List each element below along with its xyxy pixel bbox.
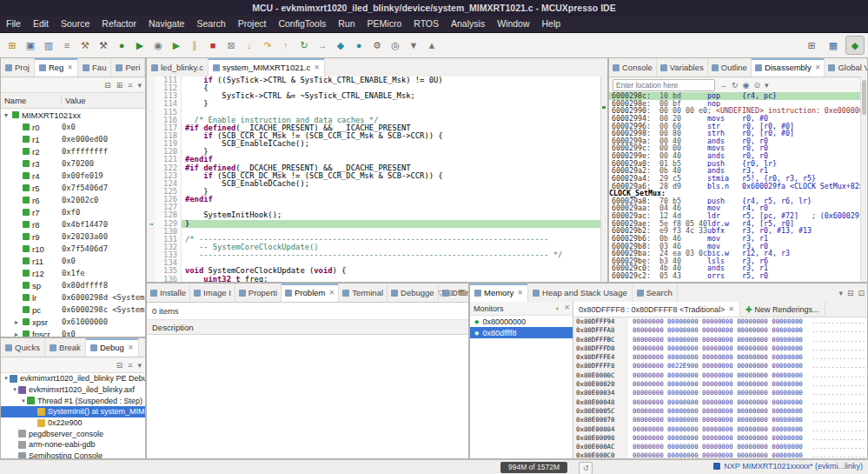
collapse-all-icon[interactable]: ⊟	[104, 81, 111, 90]
code-line[interactable]: 119 SCB_EnableICache();	[147, 140, 607, 148]
register-row[interactable]: r11 0x0	[1, 255, 145, 267]
register-row[interactable]: r4 0x00fe019	[1, 170, 145, 182]
memory-words[interactable]: 00000000 00000000 00000000 00000000 0000…	[628, 398, 812, 407]
code-line[interactable]: 122 #if defined(__DCACHE_PRESENT) && __D…	[147, 164, 607, 172]
memory-row[interactable]: 0x80DFFF94 00000000 00000000 00000000 00…	[573, 317, 867, 326]
code-line[interactable]: 120 }	[147, 148, 607, 156]
menu-item[interactable]: ConfigTools	[272, 16, 332, 32]
memory-row[interactable]: 0x80DFFFD0 00000000 00000000 00000000 00…	[573, 344, 867, 353]
expand-arrow[interactable]: ▸	[13, 318, 20, 326]
debug-tree-item[interactable]: ▾ Thread #1 (Suspended : Step)	[1, 395, 145, 406]
code-editor[interactable]: 111 if ((SysTick->CTRL & SysTick_CTRL_EN…	[147, 77, 607, 282]
code-line[interactable]: 133 ------------------------------------…	[147, 251, 607, 259]
next-annotation-button[interactable]: ▼	[405, 37, 422, 54]
memory-row[interactable]: 0x80DFFFE4 00000000 00000000 00000000 00…	[573, 353, 867, 362]
minimize-icon[interactable]: ⊟	[847, 289, 854, 297]
instruction-stepping-button[interactable]: →	[314, 37, 331, 54]
code-line[interactable]: 121 #endif	[147, 156, 607, 164]
debug-button[interactable]: ●	[113, 37, 130, 54]
debug-tree-item[interactable]: SystemInit() at system_MIMXRT10	[1, 406, 145, 417]
code-line[interactable]: 111 if ((SysTick->CTRL & SysTick_CTRL_EN…	[147, 77, 607, 84]
view-tab[interactable]: Proj ✕	[1, 58, 35, 77]
debug-tree-item[interactable]: ▾ evkmimxrt1020_iled_blinky PE Debug [GD	[1, 373, 145, 384]
memory-table[interactable]: 0x80DFFF94 00000000 00000000 00000000 00…	[573, 317, 867, 458]
expand-arrow[interactable]: ▾	[3, 375, 10, 382]
memory-row[interactable]: 0x80E00020 00000000 00000000 00000000 00…	[573, 380, 867, 389]
new-renderings-tab[interactable]: ✚ New Renderings...	[740, 302, 825, 317]
memory-row[interactable]: 0x80E00098 00000000 00000000 00000000 00…	[573, 434, 867, 443]
register-row[interactable]: r3 0x70200	[1, 157, 145, 170]
view-tab[interactable]: Properti ✕	[235, 284, 282, 302]
memory-words[interactable]: 00000000 00000000 00000000 00000000 0000…	[628, 317, 812, 326]
run-button[interactable]: ▶	[131, 37, 149, 54]
code-line[interactable]: 114 }	[147, 100, 607, 108]
expand-all-icon[interactable]: ⊞	[116, 81, 123, 90]
code-line[interactable]: 128 SystemInitHook();	[147, 211, 607, 219]
memory-monitor-item[interactable]: ◆ 0x80dffff8	[470, 327, 573, 338]
code-line[interactable]: 125 }	[147, 188, 607, 196]
code-line[interactable]: 135 void SystemCoreClockUpdate (void) {	[147, 267, 607, 275]
pemicro-connection-button[interactable]: ◆	[332, 37, 349, 54]
memory-words[interactable]: 00000000 00000000 00000000 00000000 0000…	[628, 336, 812, 344]
view-tab[interactable]: Installe ✕	[147, 284, 190, 302]
step-return-button[interactable]: ↑	[277, 37, 295, 54]
scrollbar[interactable]	[860, 77, 867, 282]
register-row[interactable]: r8 0x4bf14470	[1, 218, 145, 230]
memory-words[interactable]: 00000000 00000000 00000000 00000000 0000…	[628, 416, 812, 424]
close-icon[interactable]: ✕	[67, 63, 73, 71]
debug-tree-item[interactable]: arm-none-eabi-gdb	[1, 439, 145, 451]
register-row[interactable]: r5 0x7f5406d7	[1, 182, 145, 194]
close-icon[interactable]: ✕	[314, 63, 320, 71]
register-row[interactable]: ▸ xpsr 0x61000000	[1, 316, 145, 328]
restart-button[interactable]: ↻	[295, 37, 313, 54]
register-row[interactable]: r6 0x2002c0	[1, 194, 145, 206]
memory-words[interactable]: 00000000 00000000 00000000 00000000 0000…	[628, 434, 812, 443]
view-tab[interactable]: Debug ✕	[86, 338, 139, 357]
memory-words[interactable]: 00000000 00000000 00000000 00000000 0000…	[628, 443, 812, 451]
menu-item[interactable]: RTOS	[407, 16, 445, 32]
code-line[interactable]: 112 {	[147, 84, 607, 92]
view-menu-icon[interactable]: ▾	[765, 81, 769, 90]
menu-item[interactable]: Project	[232, 16, 273, 32]
open-perspective-button[interactable]: ⊞	[802, 36, 821, 55]
memory-words[interactable]: 00000000 00000000 00000000 00000000 0000…	[628, 353, 812, 362]
link-with-editor-icon[interactable]: ⊙	[753, 81, 760, 90]
view-tab[interactable]: Heap and Stack Usage ✕	[528, 284, 633, 302]
debug-tree-item[interactable]: ▾ evkmimxrt1020_iled_blinky.axf	[1, 384, 145, 396]
disassembly-line[interactable]: 600029c2: 05 43 orrs r5, r0	[609, 272, 867, 280]
memory-words[interactable]: 00000000 00000000 00000000 00000000 0000…	[628, 371, 812, 380]
view-menu-icon[interactable]: ≡	[128, 361, 132, 370]
view-tab[interactable]: Terminal ✕	[339, 284, 388, 302]
menu-item[interactable]: Analysis	[445, 16, 491, 32]
view-tab[interactable]: Problem ✕	[282, 284, 339, 302]
maximize-icon[interactable]: ⊡	[858, 289, 865, 297]
register-row[interactable]: r9 0x20203a00	[1, 230, 145, 243]
menu-item[interactable]: PEMicro	[361, 16, 408, 32]
memory-words[interactable]: 00000000 00000000 00000000 00000000 0000…	[628, 407, 812, 416]
memory-row[interactable]: 0x80E0005C 00000000 00000000 00000000 00…	[573, 407, 867, 416]
memory-row[interactable]: 0x80DFFFF8 00000000 0022E900 00000000 00…	[573, 362, 867, 371]
register-row[interactable]: ▸ fpscr 0x0	[1, 328, 145, 337]
menu-item[interactable]: Search	[190, 16, 231, 32]
disassembly-listing[interactable]: 6000298c: 10 bd pop {r4, pc} 6000298e: 0…	[609, 92, 867, 282]
code-line[interactable]: 123 if (SCB_CCR_DC_Msk != (SCB_CCR_DC_Ms…	[147, 172, 607, 180]
close-icon[interactable]: ✕	[517, 289, 523, 297]
code-line[interactable]: 113 SysTick->CTRL &= ~SysTick_CTRL_ENABL…	[147, 92, 607, 100]
register-row[interactable]: lr 0x6000298d <SystemI	[1, 291, 145, 304]
maximize-icon[interactable]: ⊡	[459, 289, 466, 297]
close-icon[interactable]: ✕	[128, 344, 134, 351]
close-icon[interactable]: ✕	[728, 305, 734, 313]
view-tab[interactable]: Variables ✕	[657, 58, 708, 77]
menu-item[interactable]: Navigate	[142, 16, 190, 32]
view-tab[interactable]: Outline ✕	[708, 58, 752, 77]
view-tab[interactable]: Quicks ✕	[1, 338, 45, 357]
refresh-icon[interactable]: ↻	[732, 81, 739, 90]
disconnect-button[interactable]: ⊠	[222, 37, 240, 54]
suspend-button[interactable]: ∥	[186, 37, 203, 54]
target-link[interactable]: NXP MIMXRT1021xxxxx* (evkmi...linky)	[713, 462, 863, 471]
expand-arrow[interactable]: ▾	[11, 386, 18, 393]
view-tab[interactable]: Debugge ✕	[388, 284, 439, 302]
remove-monitor-icon[interactable]: ✕	[564, 304, 570, 313]
menu-item[interactable]: Window	[491, 16, 535, 32]
code-line[interactable]: 124 SCB_EnableDCache();	[147, 180, 607, 188]
